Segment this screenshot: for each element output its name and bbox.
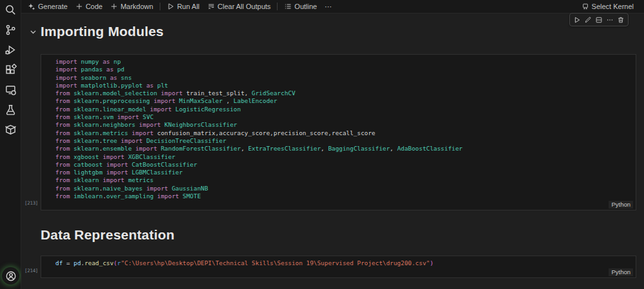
run-all-label: Run All: [177, 3, 200, 10]
markdown-cell-data-representation[interactable]: Data Representation: [41, 227, 636, 243]
clear-all-outputs-button[interactable]: Clear All Outputs: [204, 2, 275, 11]
code-line[interactable]: from sklearn.metrics import confusion_ma…: [55, 129, 630, 137]
clear-all-outputs-label: Clear All Outputs: [218, 3, 271, 10]
notebook-editor: Generate Code Markdown Run All: [21, 0, 644, 289]
code-line[interactable]: from sklearn.model_selection import trai…: [55, 89, 630, 97]
notebook-toolbar: Generate Code Markdown Run All: [21, 0, 644, 14]
section-heading: Importing Modules: [41, 23, 164, 40]
add-markdown-label: Markdown: [120, 3, 153, 10]
code-line[interactable]: import matplotlib.pyplot as plt: [55, 82, 630, 89]
code-line[interactable]: from lightgbm import LGBMClassifier: [55, 169, 630, 176]
notebook-cell-list: Importing Modules [213] import numpy as …: [21, 14, 644, 289]
code-line[interactable]: from sklearn.linear_model import Logisti…: [55, 106, 630, 113]
section-heading: Data Representation: [41, 227, 175, 243]
remote-explorer-icon[interactable]: [0, 80, 21, 100]
code-line[interactable]: from xgboost import XGBClassifier: [55, 153, 630, 161]
source-control-icon[interactable]: [0, 20, 21, 40]
code-line[interactable]: from sklearn.tree import DecisionTreeCla…: [55, 137, 630, 145]
clear-all-icon: [207, 3, 215, 10]
code-line[interactable]: import numpy as np: [55, 58, 630, 66]
generate-label: Generate: [38, 3, 68, 10]
chevron-down-icon[interactable]: [29, 28, 37, 36]
add-markdown-button[interactable]: Markdown: [106, 2, 157, 11]
more-cell-actions-icon[interactable]: [605, 15, 615, 25]
kernel-icon: [582, 3, 589, 10]
code-cell-imports[interactable]: [213] import numpy as npimport pandas as…: [41, 54, 636, 210]
code-line[interactable]: import pandas as pd: [55, 66, 630, 73]
cell-status-bar: Python: [41, 268, 636, 277]
search-icon[interactable]: [0, 0, 21, 20]
select-kernel-label: Select Kernel: [592, 3, 634, 10]
ellipsis-icon: ⋯: [325, 3, 332, 11]
test-beaker-icon[interactable]: [0, 100, 21, 120]
activity-bar: [0, 0, 21, 289]
language-picker[interactable]: Python: [609, 201, 633, 209]
plus-icon: [75, 3, 83, 10]
code-line[interactable]: from sklearn.svm import SVC: [55, 113, 630, 121]
generate-button[interactable]: Generate: [24, 2, 71, 11]
code-line[interactable]: from sklearn.preprocessing import MinMax…: [55, 97, 630, 105]
code-line[interactable]: df = pd.read_csv(r"C:\Users\hp\Desktop\D…: [55, 259, 630, 267]
outline-button[interactable]: Outline: [280, 2, 321, 11]
execution-count: [214]: [24, 268, 38, 274]
code-line[interactable]: from catboost import CatBoostClassifier: [55, 161, 630, 169]
package-box-icon[interactable]: [0, 120, 21, 140]
toolbar-divider: [160, 3, 160, 10]
list-icon: [284, 3, 292, 10]
run-all-button[interactable]: Run All: [163, 2, 204, 11]
account-icon[interactable]: [2, 267, 19, 284]
add-code-label: Code: [86, 3, 102, 10]
vscode-window: Generate Code Markdown Run All: [0, 0, 644, 289]
code-editor[interactable]: import numpy as npimport pandas as pdimp…: [41, 55, 636, 201]
execution-count: [213]: [24, 200, 38, 206]
run-cell-icon[interactable]: [572, 15, 582, 25]
code-line[interactable]: from sklearn.ensemble import RandomFores…: [55, 145, 630, 153]
sparkle-icon: [28, 3, 35, 10]
plus-icon: [110, 3, 118, 10]
select-kernel-button[interactable]: Select Kernel: [578, 2, 638, 11]
toolbar-divider: [277, 3, 278, 10]
code-cell-read-csv[interactable]: [214] df = pd.read_csv(r"C:\Users\hp\Des…: [41, 256, 636, 277]
code-line[interactable]: from sklearn import metrics: [55, 176, 630, 184]
play-icon: [167, 3, 175, 10]
cell-status-bar: Python: [41, 201, 636, 210]
language-picker[interactable]: Python: [609, 268, 633, 276]
markdown-cell-importing-modules[interactable]: Importing Modules: [29, 23, 636, 40]
code-line[interactable]: import seaborn as sns: [55, 74, 630, 82]
delete-cell-icon[interactable]: [616, 15, 626, 25]
code-line[interactable]: from sklearn.neighbors import KNeighbors…: [55, 121, 630, 129]
outline-label: Outline: [294, 3, 317, 10]
code-line[interactable]: from sklearn.naive_bayes import Gaussian…: [55, 185, 630, 192]
more-actions-button[interactable]: ⋯: [321, 2, 336, 12]
cell-hover-toolbar: [569, 13, 629, 26]
code-line[interactable]: from imblearn.over_sampling import SMOTE: [55, 192, 630, 200]
split-cell-icon[interactable]: [594, 15, 604, 25]
code-editor[interactable]: df = pd.read_csv(r"C:\Users\hp\Desktop\D…: [41, 256, 636, 268]
extensions-icon[interactable]: [0, 60, 21, 80]
add-code-button[interactable]: Code: [71, 2, 106, 11]
run-debug-icon[interactable]: [0, 40, 21, 60]
edit-cell-icon[interactable]: [583, 15, 593, 25]
